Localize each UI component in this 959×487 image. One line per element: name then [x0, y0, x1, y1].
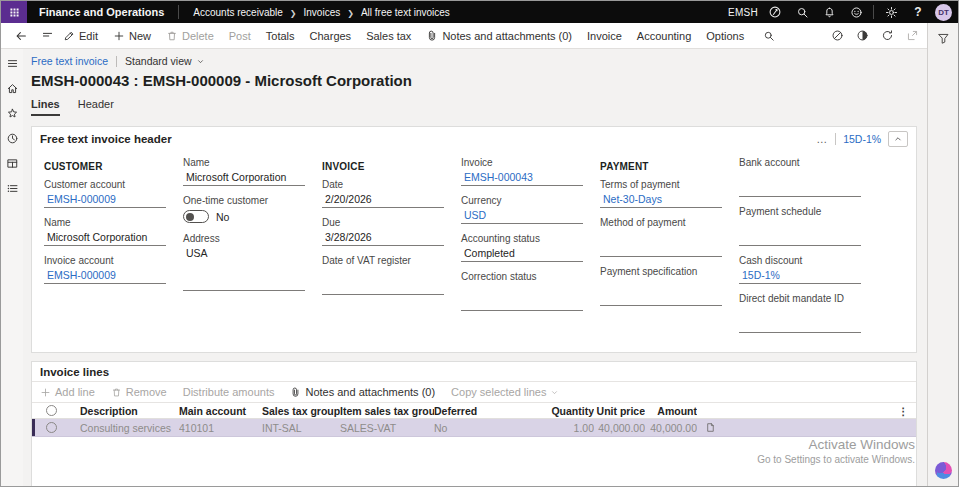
customer-name-value[interactable]: Microsoft Corporation — [44, 231, 166, 246]
direct-debit-value[interactable] — [739, 318, 861, 333]
remove-line-button[interactable]: Remove — [111, 386, 167, 398]
col-quantity[interactable]: Quantity — [534, 405, 594, 417]
collapse-actionpane-button[interactable] — [37, 29, 57, 42]
row-deferred[interactable]: No — [434, 422, 534, 434]
fasttab-summary-value[interactable]: 15D-1% — [843, 133, 881, 145]
distribute-amounts-label: Distribute amounts — [183, 386, 275, 398]
col-main-account[interactable]: Main account — [179, 405, 262, 417]
col-deferred[interactable]: Deferred — [434, 405, 534, 417]
line-notes-attachments-button[interactable]: Notes and attachments (0) — [290, 386, 435, 398]
environment-label[interactable]: EMSH — [728, 7, 758, 18]
user-avatar[interactable]: DT — [935, 4, 952, 21]
sales-tax-button[interactable]: Sales tax — [366, 30, 411, 42]
refresh-button[interactable] — [881, 29, 894, 42]
edit-button[interactable]: Edit — [63, 30, 98, 42]
toggle-state-label: No — [216, 211, 229, 223]
open-new-window-button[interactable] — [906, 29, 919, 42]
view-selector[interactable]: Standard view — [125, 55, 205, 67]
record-type-link[interactable]: Free text invoice — [31, 55, 108, 67]
breadcrumb-section[interactable]: Invoices — [304, 7, 341, 18]
totals-button[interactable]: Totals — [266, 30, 295, 42]
help-button[interactable]: ? — [908, 2, 928, 22]
distribute-amounts-button[interactable]: Distribute amounts — [183, 386, 275, 398]
date-value[interactable]: 2/20/2026 — [322, 193, 444, 208]
address-extra-line[interactable] — [183, 276, 305, 291]
bank-account-value[interactable] — [739, 182, 861, 197]
invoice-account-value[interactable]: EMSH-000009 — [44, 269, 166, 284]
customer-account-value[interactable]: EMSH-000009 — [44, 193, 166, 208]
table-row[interactable]: Consulting services 410101 INT-SAL SALES… — [32, 419, 916, 437]
nav-modules-button[interactable] — [6, 182, 19, 195]
field-label: Cash discount — [739, 255, 861, 266]
topbar-divider — [873, 5, 874, 19]
notes-attachments-button[interactable]: Notes and attachments (0) — [426, 30, 572, 42]
vat-register-value[interactable] — [322, 280, 444, 295]
contrast-view-button[interactable] — [856, 29, 869, 42]
col-description[interactable]: Description — [80, 405, 179, 417]
options-menu-button[interactable]: Options — [706, 30, 744, 42]
grid-options-button[interactable]: ⋮ — [896, 405, 910, 417]
new-button[interactable]: New — [113, 30, 151, 42]
header-fasttab: Free text invoice header … 15D-1% CUSTOM… — [31, 126, 917, 353]
app-launcher-button[interactable] — [1, 1, 27, 23]
invoice-lines-title[interactable]: Invoice lines — [40, 366, 109, 378]
copilot-button[interactable] — [765, 2, 785, 22]
invoice-menu-button[interactable]: Invoice — [587, 30, 622, 42]
nav-expand-button[interactable] — [6, 57, 19, 70]
actionpane-search-button[interactable] — [759, 30, 779, 42]
col-item-sales-tax-group[interactable]: Item sales tax group — [340, 405, 434, 417]
charges-button[interactable]: Charges — [310, 30, 352, 42]
col-sales-tax-group[interactable]: Sales tax group — [262, 405, 340, 417]
notifications-button[interactable] — [819, 2, 839, 22]
feedback-button[interactable] — [846, 2, 866, 22]
col-unit-price[interactable]: Unit price — [594, 405, 645, 417]
delete-button[interactable]: Delete — [166, 30, 214, 42]
header-fasttab-title[interactable]: Free text invoice header — [40, 133, 172, 145]
more-options-button[interactable]: … — [816, 136, 828, 142]
post-button[interactable]: Post — [229, 30, 251, 42]
accounting-menu-button[interactable]: Accounting — [637, 30, 691, 42]
breadcrumb-page[interactable]: All free text invoices — [361, 7, 450, 18]
breadcrumb-module[interactable]: Accounts receivable — [193, 7, 283, 18]
row-unit-price[interactable]: 40,000.00 — [594, 422, 645, 434]
field-method-of-payment: Method of payment — [600, 217, 722, 257]
settings-button[interactable] — [881, 2, 901, 22]
copilot-bubble-button[interactable] — [935, 462, 952, 479]
row-item-sales-tax-group[interactable]: SALES-VAT — [340, 422, 434, 434]
currency-value[interactable]: USD — [461, 209, 583, 224]
row-description[interactable]: Consulting services — [80, 422, 179, 434]
collapse-fasttab-button[interactable] — [888, 131, 908, 147]
tab-lines[interactable]: Lines — [31, 98, 60, 116]
select-all-checkbox[interactable] — [46, 405, 57, 416]
add-line-button[interactable]: Add line — [40, 386, 95, 398]
terms-of-payment-value[interactable]: Net-30-Days — [600, 193, 722, 208]
filter-pane-button[interactable] — [937, 32, 950, 45]
tab-header[interactable]: Header — [78, 98, 114, 116]
nav-home-button[interactable] — [6, 82, 19, 95]
col-amount[interactable]: Amount — [645, 405, 697, 417]
name-value[interactable]: Microsoft Corporation — [183, 171, 305, 186]
row-amount[interactable]: 40,000.00 — [645, 422, 697, 434]
copy-selected-lines-button[interactable]: Copy selected lines — [451, 386, 559, 398]
row-checkbox[interactable] — [46, 422, 57, 433]
payment-schedule-value[interactable] — [739, 231, 861, 246]
one-time-customer-toggle[interactable] — [183, 210, 209, 223]
row-quantity[interactable]: 1.00 — [534, 422, 594, 434]
right-rail — [927, 23, 958, 487]
invoice-number-value[interactable]: EMSH-000043 — [461, 171, 583, 186]
method-of-payment-value[interactable] — [600, 242, 722, 257]
row-main-account[interactable]: 410101 — [179, 422, 262, 434]
cash-discount-value[interactable]: 15D-1% — [739, 269, 861, 284]
nav-workspaces-button[interactable] — [6, 157, 19, 170]
nav-favorites-button[interactable] — [6, 107, 19, 120]
search-button[interactable] — [792, 2, 812, 22]
nav-recent-button[interactable] — [6, 132, 19, 145]
due-value[interactable]: 3/28/2026 — [322, 231, 444, 246]
row-document-button[interactable] — [697, 422, 723, 433]
field-label: One-time customer — [183, 195, 305, 206]
app-name[interactable]: Finance and Operations — [27, 6, 178, 18]
back-button[interactable] — [11, 29, 31, 43]
payment-specification-value[interactable] — [600, 291, 722, 306]
block-posting-button[interactable] — [831, 29, 844, 42]
row-sales-tax-group[interactable]: INT-SAL — [262, 422, 340, 434]
